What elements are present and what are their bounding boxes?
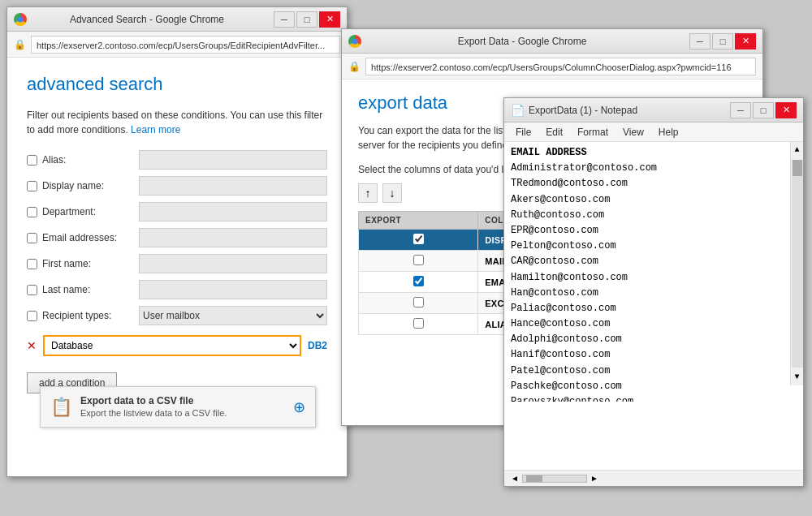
notepad-title-bar[interactable]: 📄 ExportData (1) - Notepad ─ □ ✕	[504, 98, 803, 123]
notepad-line: Paliac@contoso.com	[511, 301, 780, 316]
advanced-search-content: advanced search Filter out recipients ba…	[7, 58, 347, 410]
condition-db-link[interactable]: DB2	[308, 340, 327, 351]
learn-more-link[interactable]: Learn more	[131, 124, 180, 135]
notepad-menu-item-file[interactable]: File	[509, 125, 538, 140]
export-icon: 📋	[50, 397, 72, 418]
notepad-menu-item-edit[interactable]: Edit	[539, 125, 569, 140]
notepad-line: Paschke@contoso.com	[511, 379, 780, 394]
export-row-checkbox[interactable]	[413, 318, 424, 329]
first-name-checkbox[interactable]	[27, 259, 37, 269]
export-checkbox-cell	[359, 314, 478, 335]
condition-row: ✕ Database DB2	[27, 335, 327, 356]
display-name-checkbox[interactable]	[27, 181, 37, 191]
email-addresses-input[interactable]	[139, 228, 327, 247]
display-name-label: Display name:	[27, 180, 132, 191]
vertical-scrollbar[interactable]: ▲ ▼	[790, 142, 803, 385]
horizontal-scroll-thumb[interactable]	[526, 475, 542, 482]
first-name-label: First name:	[27, 258, 132, 269]
export-checkbox-cell	[359, 272, 478, 293]
notepad-line: EMAIL ADDRESS	[511, 145, 780, 161]
notepad-line: EPR@contoso.com	[511, 223, 780, 239]
notepad-maximize-button[interactable]: □	[753, 102, 774, 118]
first-name-input[interactable]	[139, 254, 327, 273]
advanced-search-window-title: Advanced Search - Google Chrome	[27, 14, 267, 25]
export-row-checkbox[interactable]	[413, 255, 424, 265]
notepad-line: Han@contoso.com	[511, 286, 780, 301]
export-checkbox-cell	[359, 293, 478, 314]
notepad-line: CAR@contoso.com	[511, 254, 780, 269]
notepad-menu: FileEditFormatViewHelp	[504, 123, 803, 142]
notepad-line: Administrator@contoso.com	[511, 161, 780, 176]
notepad-menu-item-help[interactable]: Help	[652, 125, 685, 140]
chrome-icon	[348, 35, 361, 48]
export-data-title-bar[interactable]: Export Data - Google Chrome ─ □ ✕	[342, 29, 762, 54]
export-checkbox-cell	[359, 251, 478, 272]
filter-description: Filter out recipients based on these con…	[27, 108, 327, 137]
remove-condition-button[interactable]: ✕	[27, 339, 37, 352]
scroll-right-arrow[interactable]: ►	[590, 474, 598, 483]
notepad-icon: 📄	[511, 104, 524, 117]
recipient-types-select[interactable]: User mailbox	[139, 306, 327, 325]
export-row-checkbox[interactable]	[413, 297, 424, 307]
export-maximize-button[interactable]: □	[712, 33, 733, 49]
notepad-line: Adolphi@contoso.com	[511, 332, 780, 347]
notepad-content[interactable]: EMAIL ADDRESSAdministrator@contoso.comTR…	[504, 142, 803, 402]
email-addresses-row: Email addresses:	[27, 228, 327, 247]
notepad-menu-item-view[interactable]: View	[616, 125, 650, 140]
export-row-checkbox[interactable]	[413, 276, 424, 286]
notepad-menu-item-format[interactable]: Format	[571, 125, 615, 140]
last-name-row: Last name:	[27, 280, 327, 299]
export-row-checkbox[interactable]	[413, 234, 424, 244]
notepad-window-controls: ─ □ ✕	[730, 102, 797, 118]
notepad-line: Parovszky@contoso.com	[511, 394, 780, 402]
scroll-left-arrow[interactable]: ◄	[511, 474, 519, 483]
recipient-types-checkbox[interactable]	[27, 311, 37, 321]
display-name-input[interactable]	[139, 176, 327, 196]
export-minimize-button[interactable]: ─	[689, 33, 710, 49]
scroll-thumb[interactable]	[793, 160, 802, 176]
notepad-close-button[interactable]: ✕	[775, 102, 797, 118]
advanced-search-title-bar[interactable]: Advanced Search - Google Chrome ─ □ ✕	[7, 7, 347, 32]
notepad-line: Hance@contoso.com	[511, 316, 780, 332]
export-data-window-title: Export Data - Google Chrome	[361, 36, 683, 47]
recipient-types-label: Recipient types:	[27, 310, 132, 321]
scroll-track[interactable]	[792, 160, 803, 368]
notepad-line: Hanif@contoso.com	[511, 347, 780, 363]
notepad-line: TRedmond@contoso.com	[511, 176, 780, 191]
last-name-label: Last name:	[27, 284, 132, 295]
alias-checkbox[interactable]	[27, 155, 37, 166]
last-name-input[interactable]	[139, 280, 327, 299]
notepad-line: Ruth@contoso.com	[511, 208, 780, 223]
close-button[interactable]: ✕	[319, 11, 340, 28]
last-name-checkbox[interactable]	[27, 285, 37, 295]
tooltip-plus-icon[interactable]: ⊕	[293, 398, 305, 416]
alias-label: Alias:	[27, 154, 132, 166]
minimize-button[interactable]: ─	[274, 11, 295, 28]
scroll-down-arrow[interactable]: ▼	[793, 369, 801, 385]
export-url-field[interactable]: https://exserver2.contoso.com/ecp/UsersG…	[365, 58, 756, 75]
sort-up-button[interactable]: ↑	[358, 183, 378, 203]
department-input[interactable]	[139, 202, 327, 221]
department-checkbox[interactable]	[27, 207, 37, 217]
scroll-up-arrow[interactable]: ▲	[793, 142, 801, 158]
notepad-line: Pelton@contoso.com	[511, 239, 780, 254]
export-col-header: EXPORT	[359, 212, 478, 230]
notepad-minimize-button[interactable]: ─	[730, 102, 751, 118]
condition-dropdown[interactable]: Database	[43, 335, 301, 356]
url-field[interactable]: https://exserver2.contoso.com/ecp/UsersG…	[31, 36, 340, 54]
notepad-line: Akers@contoso.com	[511, 192, 780, 208]
recipient-types-row: Recipient types: User mailbox	[27, 306, 327, 325]
email-addresses-label: Email addresses:	[27, 232, 132, 243]
tooltip-title: Export data to a CSV file	[80, 395, 227, 406]
export-close-button[interactable]: ✕	[735, 33, 756, 49]
horizontal-scroll-track[interactable]	[522, 475, 587, 483]
maximize-button[interactable]: □	[296, 11, 317, 28]
department-row: Department:	[27, 202, 327, 221]
sort-down-button[interactable]: ↓	[382, 183, 402, 203]
export-address-bar: 🔒 https://exserver2.contoso.com/ecp/User…	[342, 54, 762, 80]
export-lock-icon: 🔒	[348, 61, 361, 72]
alias-input[interactable]	[139, 150, 327, 170]
email-addresses-checkbox[interactable]	[27, 233, 37, 243]
export-tooltip: 📋 Export data to a CSV file Export the l…	[40, 386, 316, 428]
page-title: advanced search	[27, 74, 327, 95]
